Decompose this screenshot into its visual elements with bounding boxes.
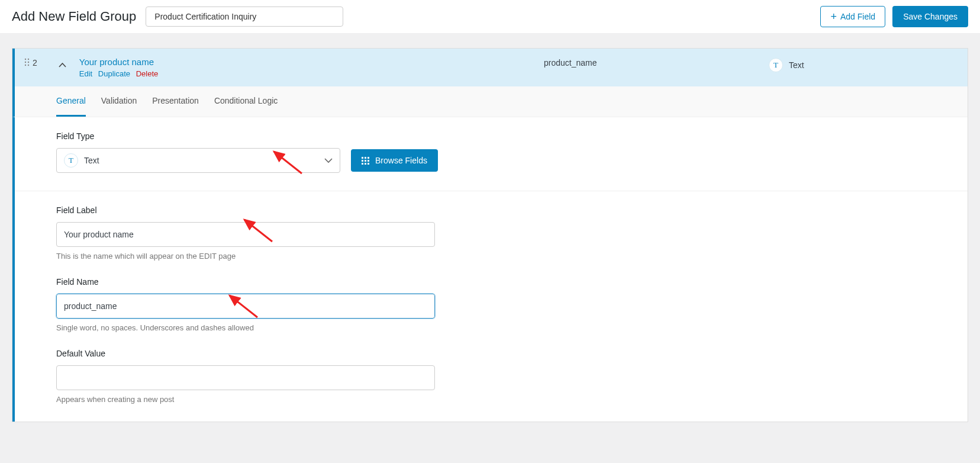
text-type-icon: T [64,153,78,168]
svg-point-0 [25,59,26,60]
save-changes-button[interactable]: Save Changes [892,6,968,27]
field-type-select[interactable]: T Text [56,148,340,173]
content-area: 2 Your product name Edit Duplicate Delet… [0,48,980,434]
field-type-section: Field Type T Text Browse Fields [15,117,968,191]
add-field-button[interactable]: Add Field [820,6,885,27]
svg-point-1 [28,59,29,60]
field-label-label: Field Label [56,205,926,215]
grid-icon [362,157,369,165]
field-name-label: Field Name [56,277,926,287]
drag-handle-icon[interactable] [24,58,30,68]
browse-fields-label: Browse Fields [375,156,427,165]
delete-link[interactable]: Delete [136,69,159,78]
field-label-help: This is the name which will appear on th… [56,252,926,261]
default-value-label: Default Value [56,349,926,358]
duplicate-link[interactable]: Duplicate [98,69,130,78]
text-type-icon: T [769,58,783,72]
default-value-input[interactable] [56,365,435,390]
field-number: 2 [33,58,37,67]
tab-presentation[interactable]: Presentation [152,86,199,117]
svg-point-3 [28,62,29,63]
page-title: Add New Field Group [12,9,136,24]
field-type-text: Text [789,60,804,70]
svg-point-5 [28,65,29,66]
field-actions: Edit Duplicate Delete [79,69,544,78]
editor-body: Field Type T Text Browse Fields [12,117,968,422]
field-row: 2 Your product name Edit Duplicate Delet… [12,49,968,86]
svg-point-4 [25,65,26,66]
field-type-value: Text [84,156,99,165]
field-label-column: Your product name Edit Duplicate Delete [79,57,544,78]
field-label[interactable]: Your product name [79,57,544,67]
tabs-bar: General Validation Presentation Conditio… [12,86,968,117]
chevron-down-icon [324,155,333,166]
field-name-column: product_name [544,58,769,67]
field-name-help: Single word, no spaces. Underscores and … [56,323,926,332]
tab-conditional[interactable]: Conditional Logic [214,86,278,117]
field-type-column: T Text [769,58,958,72]
header-buttons: Add Field Save Changes [820,6,968,27]
group-title-input[interactable] [146,7,343,27]
top-header: Add New Field Group Add Field Save Chang… [0,0,980,34]
field-details-section: Field Label This is the name which will … [15,191,968,422]
field-name-input[interactable] [56,294,435,319]
tab-general[interactable]: General [56,86,86,117]
browse-fields-button[interactable]: Browse Fields [351,149,438,172]
field-label-input[interactable] [56,222,435,247]
field-panel: 2 Your product name Edit Duplicate Delet… [12,48,968,422]
field-type-label: Field Type [56,131,926,141]
tab-validation[interactable]: Validation [101,86,137,117]
edit-link[interactable]: Edit [79,69,92,78]
plus-icon [830,11,837,22]
svg-point-2 [25,62,26,63]
add-field-label: Add Field [840,12,875,21]
default-value-help: Appears when creating a new post [56,395,926,404]
collapse-caret-icon[interactable] [59,59,66,70]
